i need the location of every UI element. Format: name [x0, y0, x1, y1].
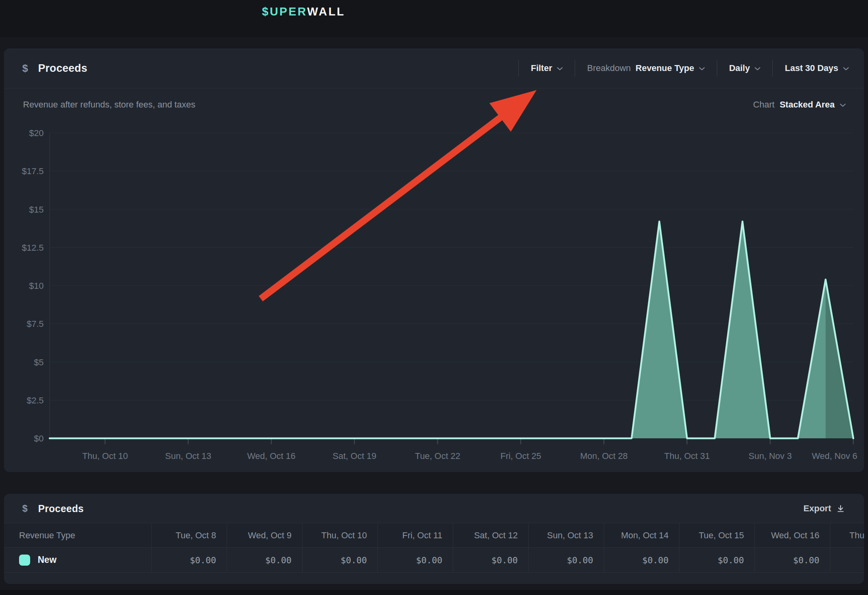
- logo-dollar-part: $UPER: [262, 5, 307, 18]
- column-header-date: Wed, Oct 16: [754, 523, 830, 548]
- column-header-date: Sat, Oct 12: [453, 523, 528, 548]
- chart-type-dropdown[interactable]: Chart Stacked Area: [751, 99, 848, 110]
- x-axis-tick-label: Thu, Oct 31: [664, 451, 710, 461]
- x-axis-tick-label: Mon, Oct 28: [580, 451, 628, 461]
- y-axis-tick-label: $17.5: [22, 166, 44, 176]
- filter-dropdown[interactable]: Filter: [519, 48, 575, 88]
- chart-subtitle: Revenue after refunds, store fees, and t…: [23, 100, 195, 110]
- superwall-dashboard: $UPERWALL $ Proceeds Filter Breakdown Re…: [0, 0, 868, 595]
- proceeds-chart-panel: $ Proceeds Filter Breakdown Revenue Type…: [4, 48, 864, 472]
- stacked-area-chart[interactable]: $0$2.5$5$7.5$10$12.5$15$17.5$20Thu, Oct …: [12, 129, 859, 466]
- filter-label: Filter: [531, 63, 552, 73]
- dollar-icon: $: [22, 504, 27, 513]
- x-axis-tick-label: Sat, Oct 19: [333, 451, 376, 461]
- dollar-icon: $: [22, 63, 28, 73]
- interval-value: Daily: [729, 63, 750, 73]
- chevron-down-icon: [557, 67, 563, 71]
- interval-dropdown[interactable]: Daily: [717, 48, 773, 88]
- value-cell: $0.00: [528, 548, 604, 573]
- column-header-date: Tue, Oct 8: [151, 523, 227, 548]
- x-axis-tick-label: Tue, Oct 22: [415, 451, 460, 461]
- y-axis-tick-label: $15: [29, 205, 44, 215]
- x-axis-tick-label: Wed, Oct 16: [247, 451, 296, 461]
- chart-type-value: Stacked Area: [779, 100, 835, 110]
- column-header-date: Tue, Oct 15: [679, 523, 754, 548]
- chevron-down-icon: [840, 104, 846, 107]
- x-axis-tick-label: Sun, Nov 3: [749, 451, 792, 461]
- download-icon: [836, 504, 845, 513]
- date-range-dropdown[interactable]: Last 30 Days: [773, 48, 849, 88]
- value-cell: $0.00: [302, 548, 377, 573]
- x-axis-tick-label: Fri, Oct 25: [500, 451, 541, 461]
- export-button[interactable]: Export: [801, 503, 847, 514]
- y-axis-tick-label: $5: [34, 357, 44, 367]
- y-axis-tick-label: $20: [29, 129, 44, 138]
- logo-wall-part: WALL: [307, 5, 345, 18]
- breakdown-dropdown[interactable]: Breakdown Revenue Type: [575, 48, 717, 88]
- chevron-down-icon: [754, 67, 760, 71]
- y-axis-tick-label: $2.5: [27, 395, 44, 405]
- y-axis-tick-label: $0: [34, 434, 44, 443]
- chart-controls: Filter Breakdown Revenue Type Daily Last…: [518, 48, 849, 88]
- table-panel-header: $ Proceeds Export: [4, 494, 864, 523]
- revenue-type-cell: New: [4, 548, 151, 573]
- x-axis-tick-label: Wed, Nov 6: [812, 451, 857, 461]
- value-cell: $0.00: [604, 548, 679, 573]
- next-panel-edge: [0, 590, 868, 595]
- value-cell: $0.00: [151, 548, 227, 573]
- table-row: New$0.00$0.00$0.00$0.00$0.00$0.00$0.00$0…: [4, 548, 864, 573]
- table-panel-title: Proceeds: [38, 503, 84, 514]
- y-axis-tick-label: $10: [29, 281, 44, 291]
- date-range-value: Last 30 Days: [785, 63, 838, 73]
- value-cell: $0.00: [453, 548, 528, 573]
- value-cell: $0.00: [830, 548, 864, 573]
- column-header-revenue-type: Revenue Type: [4, 523, 151, 548]
- x-axis-tick-label: Sun, Oct 13: [165, 451, 211, 461]
- chevron-down-icon: [843, 67, 849, 71]
- chevron-down-icon: [699, 67, 705, 71]
- y-axis-tick-label: $12.5: [22, 243, 44, 253]
- column-header-date: Wed, Oct 9: [227, 523, 302, 548]
- superwall-logo[interactable]: $UPERWALL: [262, 5, 345, 18]
- chart-panel-header: $ Proceeds Filter Breakdown Revenue Type…: [4, 48, 864, 88]
- chart-subheader: Revenue after refunds, store fees, and t…: [4, 88, 864, 121]
- value-cell: $0.00: [377, 548, 453, 573]
- table-header-row: Revenue TypeTue, Oct 8Wed, Oct 9Thu, Oct…: [4, 523, 864, 548]
- series-swatch-icon: [19, 555, 30, 566]
- breakdown-label: Breakdown: [587, 63, 631, 73]
- topbar: $UPERWALL: [0, 0, 868, 38]
- revenue-table: Revenue TypeTue, Oct 8Wed, Oct 9Thu, Oct…: [4, 523, 864, 573]
- series-label: New: [38, 555, 56, 565]
- proceeds-table-panel: $ Proceeds Export Revenue TypeTue, Oct 8…: [4, 494, 864, 584]
- value-cell: $0.00: [679, 548, 754, 573]
- column-header-date: Thu, Oct 17: [830, 523, 864, 548]
- column-header-date: Thu, Oct 10: [302, 523, 377, 548]
- y-axis-tick-label: $7.5: [27, 319, 44, 329]
- column-header-date: Fri, Oct 11: [377, 523, 453, 548]
- revenue-table-wrap: Revenue TypeTue, Oct 8Wed, Oct 9Thu, Oct…: [4, 523, 864, 584]
- column-header-date: Mon, Oct 14: [604, 523, 679, 548]
- x-axis-tick-label: Thu, Oct 10: [82, 451, 128, 461]
- breakdown-value: Revenue Type: [635, 63, 694, 73]
- column-header-date: Sun, Oct 13: [528, 523, 604, 548]
- chart-panel-title: Proceeds: [38, 62, 87, 75]
- export-label: Export: [803, 503, 831, 514]
- value-cell: $0.00: [227, 548, 302, 573]
- chart-type-label: Chart: [753, 100, 775, 110]
- value-cell: $0.00: [754, 548, 830, 573]
